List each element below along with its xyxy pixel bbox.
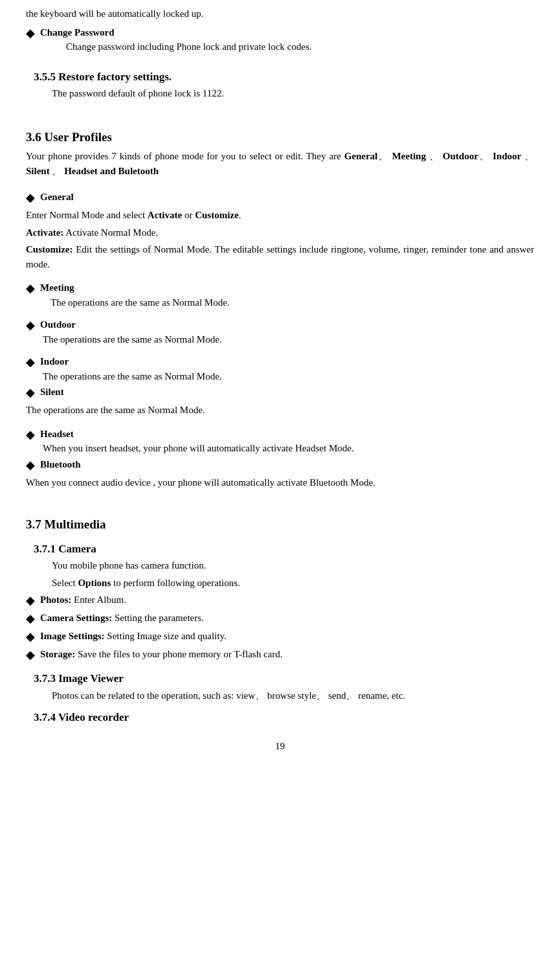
outdoor-content: Outdoor The operations are the same as N… bbox=[40, 317, 534, 346]
general-customize: Customize: Edit the settings of Normal M… bbox=[26, 242, 534, 271]
change-password-description: Change password including Phone lock and… bbox=[66, 41, 312, 52]
bluetooth-description: When you connect audio device , your pho… bbox=[26, 475, 534, 490]
indoor-content: Indoor The operations are the same as No… bbox=[40, 354, 534, 383]
camera-settings-text: Setting the parameters. bbox=[112, 613, 204, 623]
general-or: or bbox=[182, 210, 195, 220]
page-number: 19 bbox=[26, 739, 534, 754]
storage-content: Storage: Save the files to your phone me… bbox=[40, 647, 534, 662]
bluetooth-title: Bluetooth bbox=[40, 459, 81, 470]
section-37-heading: 3.7 Multimedia bbox=[26, 515, 534, 534]
storage-diamond-icon: ◆ bbox=[26, 646, 35, 664]
general-customize-label: Customize: bbox=[26, 244, 73, 255]
meeting-content: Meeting The operations are the same as N… bbox=[40, 280, 534, 310]
camera-settings-item: ◆ Camera Settings: Setting the parameter… bbox=[26, 611, 534, 628]
section-36-heading: 3.6 User Profiles bbox=[26, 128, 534, 147]
bluetooth-item: ◆ Bluetooth bbox=[26, 457, 534, 474]
modes-bold2: Meeting bbox=[392, 151, 425, 161]
general-customize-text: Edit the settings of Normal Mode. The ed… bbox=[26, 244, 534, 269]
headset-content: Headset When you insert headset, your ph… bbox=[40, 427, 534, 456]
modes-sep5: 、 bbox=[50, 166, 62, 176]
modes-bold5: Silent bbox=[26, 166, 50, 176]
general-diamond-icon: ◆ bbox=[26, 189, 35, 207]
general-title: General bbox=[40, 192, 74, 202]
indoor-item: ◆ Indoor The operations are the same as … bbox=[26, 354, 534, 383]
meeting-diamond-icon: ◆ bbox=[26, 280, 35, 297]
outdoor-description: The operations are the same as Normal Mo… bbox=[43, 334, 222, 345]
section-355-heading: 3.5.5 Restore factory settings. bbox=[34, 69, 534, 85]
photos-diamond-icon: ◆ bbox=[26, 592, 35, 609]
photos-text: Enter Album. bbox=[71, 595, 126, 605]
photos-content: Photos: Enter Album. bbox=[40, 593, 534, 607]
indoor-diamond-icon: ◆ bbox=[26, 354, 35, 371]
silent-title: Silent bbox=[40, 387, 64, 397]
section-355-body: The password default of phone lock is 11… bbox=[52, 86, 534, 101]
headset-item: ◆ Headset When you insert headset, your … bbox=[26, 427, 534, 456]
modes-bold4: Indoor bbox=[493, 151, 521, 161]
photos-label: Photos: bbox=[40, 595, 71, 605]
silent-item: ◆ Silent bbox=[26, 385, 534, 402]
section-371-options: Options bbox=[78, 578, 111, 588]
image-settings-item: ◆ Image Settings: Setting Image size and… bbox=[26, 629, 534, 646]
change-password-content: Change Password Change password includin… bbox=[40, 25, 534, 54]
change-password-title: Change Password bbox=[40, 27, 115, 38]
outdoor-title: Outdoor bbox=[40, 319, 76, 330]
general-line1: Enter Normal Mode and select Activate or… bbox=[26, 208, 534, 223]
silent-content: Silent bbox=[40, 385, 534, 400]
outdoor-item: ◆ Outdoor The operations are the same as… bbox=[26, 317, 534, 346]
modes-sep4: 、 bbox=[521, 151, 534, 161]
modes-bold1: General bbox=[344, 151, 378, 161]
change-password-item: ◆ Change Password Change password includ… bbox=[26, 25, 534, 54]
general-line1-post: . bbox=[239, 210, 241, 220]
section-371-select: Select bbox=[52, 578, 78, 588]
modes-pre: Your phone provides 7 kinds of phone mod… bbox=[26, 151, 341, 161]
image-settings-text: Setting Image size and quality. bbox=[105, 631, 227, 641]
general-line1-pre: Enter Normal Mode and select bbox=[26, 210, 148, 220]
camera-settings-diamond-icon: ◆ bbox=[26, 610, 35, 628]
storage-label: Storage: bbox=[40, 649, 75, 659]
modes-sep3: 、 bbox=[478, 151, 489, 161]
section-373-heading: 3.7.3 Image Viewer bbox=[34, 670, 534, 687]
headset-diamond-icon: ◆ bbox=[26, 426, 35, 444]
meeting-item: ◆ Meeting The operations are the same as… bbox=[26, 280, 534, 310]
bluetooth-diamond-icon: ◆ bbox=[26, 457, 35, 474]
modes-bold6: Headset and Buletooth bbox=[64, 166, 159, 176]
silent-diamond-icon: ◆ bbox=[26, 384, 35, 402]
section-374-heading: 3.7.4 Video recorder bbox=[34, 709, 534, 726]
modes-sep1: 、 bbox=[377, 151, 388, 161]
general-content: General bbox=[40, 190, 534, 205]
modes-bold3: Outdoor bbox=[443, 151, 478, 161]
headset-title: Headset bbox=[40, 429, 74, 439]
general-item: ◆ General bbox=[26, 190, 534, 207]
intro-line: the keyboard will be automatically locke… bbox=[26, 6, 534, 21]
storage-text: Save the files to your phone memory or T… bbox=[75, 649, 282, 659]
general-activate-label: Activate: bbox=[26, 227, 63, 238]
modes-sep2: 、 bbox=[426, 151, 440, 161]
bullet-diamond-icon: ◆ bbox=[26, 25, 35, 42]
modes-line: Your phone provides 7 kinds of phone mod… bbox=[26, 149, 534, 178]
indoor-title: Indoor bbox=[40, 356, 69, 367]
camera-settings-label: Camera Settings: bbox=[40, 613, 112, 623]
section-371-post: to perform following operations. bbox=[111, 578, 240, 588]
section-371-line1: You mobile phone has camera function. bbox=[52, 558, 534, 573]
general-activate-bold: Activate bbox=[148, 210, 182, 220]
camera-settings-content: Camera Settings: Setting the parameters. bbox=[40, 611, 534, 626]
image-settings-diamond-icon: ◆ bbox=[26, 628, 35, 646]
section-371-heading: 3.7.1 Camera bbox=[34, 541, 534, 558]
meeting-description: The operations are the same as Normal Mo… bbox=[50, 297, 230, 308]
outdoor-diamond-icon: ◆ bbox=[26, 317, 35, 334]
general-customize-bold: Customize bbox=[195, 210, 239, 220]
image-settings-label: Image Settings: bbox=[40, 631, 105, 641]
section-371-line2: Select Options to perform following oper… bbox=[52, 576, 534, 591]
image-settings-content: Image Settings: Setting Image size and q… bbox=[40, 629, 534, 644]
photos-item: ◆ Photos: Enter Album. bbox=[26, 593, 534, 609]
storage-item: ◆ Storage: Save the files to your phone … bbox=[26, 647, 534, 664]
meeting-title: Meeting bbox=[40, 282, 74, 293]
silent-description: The operations are the same as Normal Mo… bbox=[26, 403, 534, 418]
section-373-body: Photos can be related to the operation, … bbox=[52, 688, 534, 703]
bluetooth-content: Bluetooth bbox=[40, 457, 534, 472]
headset-description: When you insert headset, your phone will… bbox=[43, 443, 354, 453]
general-activate: Activate: Activate Normal Mode. bbox=[26, 225, 534, 240]
indoor-description: The operations are the same as Normal Mo… bbox=[43, 371, 222, 381]
general-activate-text: Activate Normal Mode. bbox=[63, 227, 158, 238]
